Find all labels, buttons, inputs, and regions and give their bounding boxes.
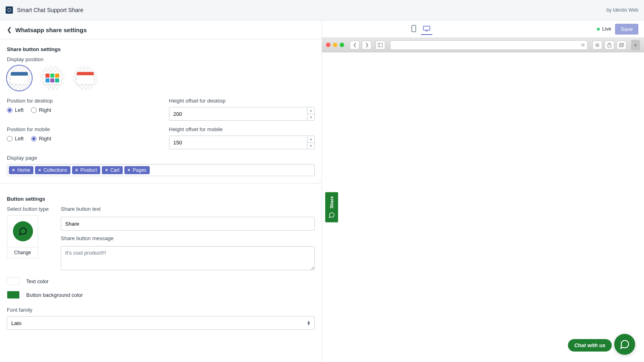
- svg-point-0: [8, 8, 11, 12]
- tag-pages[interactable]: × Pages: [124, 166, 150, 174]
- text-color-label: Text color: [26, 278, 49, 284]
- tag-product[interactable]: × Product: [72, 166, 100, 174]
- svg-rect-1: [412, 25, 416, 32]
- page-title: Whatsapp share settings: [15, 27, 87, 33]
- spin-up-icon[interactable]: ▲: [308, 107, 314, 114]
- url-bar[interactable]: ⟳: [390, 40, 588, 50]
- chat-with-us-pill[interactable]: Chat with us: [568, 339, 612, 352]
- traffic-min-icon[interactable]: [333, 43, 337, 47]
- pos-desktop-left[interactable]: Left: [7, 107, 24, 113]
- device-desktop-button[interactable]: [421, 23, 432, 35]
- app-title: Smart Chat Support Share: [17, 7, 83, 13]
- svg-rect-11: [621, 43, 624, 46]
- position-option-1[interactable]: [7, 66, 32, 90]
- display-page-label: Display page: [7, 155, 315, 161]
- traffic-close-icon[interactable]: [326, 43, 330, 47]
- height-mobile-input[interactable]: [169, 136, 315, 149]
- traffic-max-icon[interactable]: [340, 43, 344, 47]
- section-button-title: Button settings: [7, 196, 315, 202]
- pos-desktop-label: Position for desktop: [7, 98, 153, 104]
- change-button[interactable]: Change: [7, 247, 38, 258]
- select-type-label: Select button type: [7, 206, 49, 212]
- whatsapp-icon: [13, 221, 33, 241]
- share-widget[interactable]: Share: [325, 192, 338, 222]
- pos-mobile-left[interactable]: Left: [7, 136, 24, 142]
- font-select[interactable]: Lato: [7, 316, 315, 330]
- tag-remove-icon[interactable]: ×: [38, 167, 41, 173]
- tag-remove-icon[interactable]: ×: [128, 167, 130, 173]
- settings-pane: ❮ Whatsapp share settings Share button s…: [0, 21, 322, 362]
- text-color-swatch[interactable]: [7, 277, 20, 285]
- preview-viewport: Share Chat with us: [322, 52, 644, 362]
- chat-fab[interactable]: [614, 334, 635, 355]
- svg-rect-2: [423, 26, 430, 30]
- sidebar-toggle-button[interactable]: [376, 41, 385, 49]
- tag-cart[interactable]: × Cart: [102, 166, 123, 174]
- position-option-3[interactable]: [73, 66, 98, 90]
- app-logo: [6, 6, 13, 14]
- whatsapp-icon: [328, 212, 335, 218]
- back-button[interactable]: ❮: [7, 26, 12, 33]
- spin-down-icon[interactable]: ▼: [308, 143, 314, 149]
- preview-pane: Live Save ❮ ❯ ⟳ + Share Chat with us: [322, 21, 644, 362]
- height-mobile-label: Height offset for mobile: [169, 126, 315, 132]
- svg-rect-10: [619, 44, 623, 47]
- bg-color-swatch[interactable]: [7, 291, 20, 299]
- app-byline: by Identix Web: [607, 7, 638, 13]
- share-widget-label: Share: [329, 196, 334, 209]
- share-text-input[interactable]: [61, 217, 315, 230]
- height-desktop-label: Height offset for desktop: [169, 98, 315, 104]
- tag-collections[interactable]: × Collections: [35, 166, 70, 174]
- share-msg-label: Share button message: [61, 235, 315, 241]
- browser-chrome: ❮ ❯ ⟳ +: [322, 38, 644, 52]
- share-os-button[interactable]: [605, 41, 614, 49]
- bg-color-label: Button background color: [26, 292, 83, 298]
- tag-remove-icon[interactable]: ×: [12, 167, 15, 173]
- pos-mobile-right[interactable]: Right: [31, 136, 51, 142]
- tag-remove-icon[interactable]: ×: [75, 167, 78, 173]
- pos-mobile-label: Position for mobile: [7, 126, 153, 132]
- nav-forward-button[interactable]: ❯: [362, 41, 372, 49]
- nav-back-button[interactable]: ❮: [350, 41, 359, 49]
- position-option-2[interactable]: [40, 66, 65, 90]
- share-text-label: Share button text: [61, 206, 315, 212]
- app-bar: Smart Chat Support Share by Identix Web: [0, 0, 644, 21]
- tag-remove-icon[interactable]: ×: [105, 167, 108, 173]
- svg-rect-4: [378, 43, 383, 47]
- share-msg-input[interactable]: [61, 246, 315, 270]
- spin-up-icon[interactable]: ▲: [308, 136, 314, 143]
- button-type-card[interactable]: Change: [7, 215, 38, 258]
- section-share-title: Share button settings: [7, 46, 315, 52]
- tabs-button[interactable]: [617, 41, 626, 49]
- live-label: Live: [602, 26, 611, 32]
- display-page-input[interactable]: × Home× Collections× Product× Cart× Page…: [7, 164, 315, 176]
- display-position-label: Display position: [7, 56, 315, 62]
- spin-down-icon[interactable]: ▼: [308, 114, 314, 121]
- save-button[interactable]: Save: [615, 24, 638, 35]
- live-dot-icon: [597, 28, 600, 31]
- download-button[interactable]: [592, 41, 602, 49]
- height-desktop-input[interactable]: [169, 107, 315, 121]
- whatsapp-icon: [619, 339, 630, 350]
- device-mobile-button[interactable]: [408, 23, 419, 35]
- font-label: Font family: [7, 307, 315, 313]
- reload-icon[interactable]: ⟳: [581, 42, 585, 47]
- pos-desktop-right[interactable]: Right: [31, 107, 51, 113]
- new-tab-button[interactable]: +: [631, 40, 640, 50]
- tag-home[interactable]: × Home: [9, 166, 33, 174]
